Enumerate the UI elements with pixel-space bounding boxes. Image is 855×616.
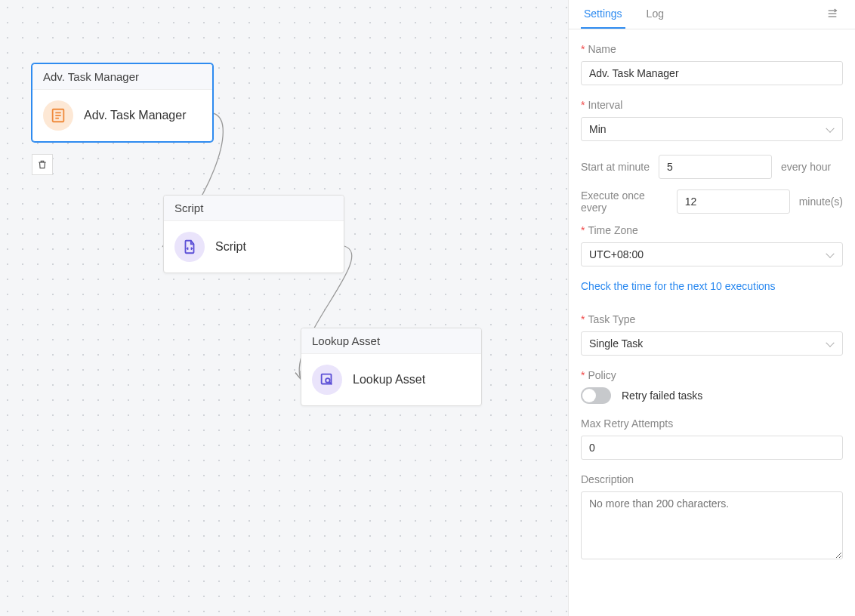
max-retry-label: Max Retry Attempts [581,417,843,430]
tab-settings[interactable]: Settings [581,0,625,29]
node-lookup-asset[interactable]: Lookup Asset Lookup Asset [301,328,482,406]
trash-icon [37,159,48,170]
tasktype-select[interactable]: Single Task [581,331,843,356]
script-icon [174,232,205,262]
node-title: Lookup Asset [301,328,481,354]
lookup-icon [312,365,342,395]
check-executions-link[interactable]: Check the time for the next 10 execution… [581,280,776,292]
delete-node-button[interactable] [32,154,53,175]
start-at-suffix: every hour [781,161,831,173]
settings-panel: Settings Log *Name *Interval Min Start a… [568,0,855,616]
node-script[interactable]: Script Script [163,195,344,273]
description-label: Description [581,473,843,485]
interval-select[interactable]: Min [581,117,843,141]
timezone-select[interactable]: UTC+08:00 [581,242,843,266]
node-title: Script [164,196,344,221]
node-label: Adv. Task Manager [84,109,186,122]
execute-every-prefix: Execute once every [581,189,668,214]
start-at-prefix: Start at minute [581,161,650,173]
policy-label: *Policy [581,369,843,381]
description-textarea[interactable] [581,491,843,559]
interval-label: *Interval [581,99,843,111]
name-label: *Name [581,43,843,55]
node-title: Adv. Task Manager [32,64,212,90]
workflow-canvas[interactable]: Adv. Task Manager Adv. Task Manager Scri… [0,0,568,616]
retry-switch-label: Retry failed tasks [622,390,702,402]
form-icon [43,100,73,131]
node-label: Lookup Asset [353,373,425,387]
collapse-icon [826,8,838,20]
tasktype-label: *Task Type [581,313,843,325]
svg-point-5 [326,378,330,383]
collapse-panel-button[interactable] [822,3,843,26]
execute-every-input[interactable] [677,189,790,214]
node-label: Script [215,240,246,254]
tab-log[interactable]: Log [644,0,667,29]
execute-every-suffix: minute(s) [799,196,843,208]
name-input[interactable] [581,61,843,85]
max-retry-input[interactable] [581,436,843,460]
retry-switch[interactable] [581,387,611,404]
node-adv-task-manager[interactable]: Adv. Task Manager Adv. Task Manager [32,63,213,142]
start-at-minute-input[interactable] [659,155,772,179]
panel-tabs: Settings Log [569,0,855,29]
timezone-label: *Time Zone [581,224,843,236]
panel-body: *Name *Interval Min Start at minute ever… [569,29,855,616]
